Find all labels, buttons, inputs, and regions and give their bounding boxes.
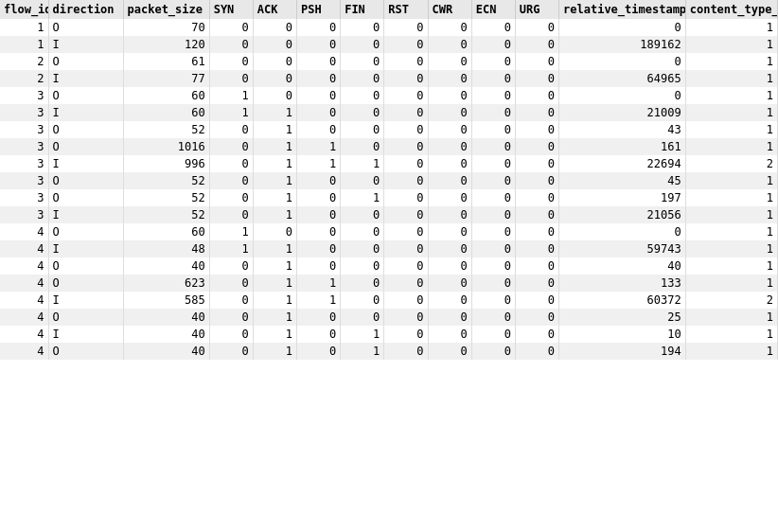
cell-syn: 1: [209, 240, 253, 257]
cell-cwr: 0: [428, 172, 471, 189]
column-header-psh: PSH: [297, 0, 341, 19]
cell-flow_id: 4: [0, 343, 48, 360]
cell-psh: 0: [297, 189, 341, 206]
cell-flow_id: 3: [0, 206, 48, 223]
cell-syn: 1: [209, 87, 253, 104]
cell-ack: 0: [253, 87, 296, 104]
cell-content_type_id: 1: [685, 257, 777, 275]
cell-urg: 0: [515, 343, 558, 360]
cell-direction: O: [48, 223, 123, 240]
cell-content_type_id: 1: [685, 70, 777, 87]
cell-ecn: 0: [471, 36, 515, 53]
cell-direction: O: [48, 343, 123, 360]
cell-cwr: 0: [428, 343, 471, 360]
cell-ecn: 0: [471, 53, 515, 70]
cell-packet_size: 52: [123, 172, 209, 189]
cell-rst: 0: [384, 223, 428, 240]
cell-ack: 1: [253, 172, 296, 189]
cell-flow_id: 3: [0, 155, 48, 172]
cell-cwr: 0: [428, 240, 471, 257]
cell-fin: 0: [341, 19, 384, 36]
cell-packet_size: 623: [123, 275, 209, 292]
cell-ack: 0: [253, 223, 296, 240]
cell-fin: 0: [341, 104, 384, 121]
cell-relative_timestamp: 161: [559, 138, 686, 155]
cell-ack: 1: [253, 309, 296, 326]
cell-content_type_id: 1: [685, 172, 777, 189]
cell-urg: 0: [515, 87, 558, 104]
cell-cwr: 0: [428, 257, 471, 275]
cell-rst: 0: [384, 189, 428, 206]
cell-psh: 0: [297, 53, 341, 70]
table-row: 4I4811000000597431: [0, 240, 778, 257]
cell-cwr: 0: [428, 36, 471, 53]
cell-rst: 0: [384, 138, 428, 155]
cell-ecn: 0: [471, 309, 515, 326]
cell-ecn: 0: [471, 104, 515, 121]
cell-urg: 0: [515, 70, 558, 87]
cell-content_type_id: 1: [685, 36, 777, 53]
cell-rst: 0: [384, 53, 428, 70]
column-header-rst: RST: [384, 0, 428, 19]
cell-packet_size: 120: [123, 36, 209, 53]
cell-packet_size: 585: [123, 292, 209, 309]
cell-rst: 0: [384, 206, 428, 223]
cell-urg: 0: [515, 189, 558, 206]
cell-flow_id: 3: [0, 121, 48, 138]
cell-flow_id: 1: [0, 36, 48, 53]
cell-ack: 1: [253, 326, 296, 343]
cell-psh: 0: [297, 309, 341, 326]
cell-ack: 1: [253, 292, 296, 309]
cell-psh: 0: [297, 257, 341, 275]
cell-relative_timestamp: 189162: [559, 36, 686, 53]
cell-flow_id: 4: [0, 326, 48, 343]
cell-ack: 0: [253, 53, 296, 70]
cell-flow_id: 2: [0, 53, 48, 70]
column-header-ecn: ECN: [471, 0, 515, 19]
cell-fin: 0: [341, 275, 384, 292]
column-header-ack: ACK: [253, 0, 296, 19]
cell-direction: O: [48, 189, 123, 206]
cell-relative_timestamp: 133: [559, 275, 686, 292]
cell-fin: 0: [341, 36, 384, 53]
cell-syn: 0: [209, 121, 253, 138]
cell-ecn: 0: [471, 223, 515, 240]
cell-syn: 0: [209, 206, 253, 223]
cell-packet_size: 996: [123, 155, 209, 172]
cell-syn: 0: [209, 36, 253, 53]
table-row: 4O40010100001941: [0, 343, 778, 360]
cell-syn: 0: [209, 19, 253, 36]
cell-syn: 0: [209, 275, 253, 292]
column-header-cwr: CWR: [428, 0, 471, 19]
cell-urg: 0: [515, 121, 558, 138]
cell-content_type_id: 1: [685, 189, 777, 206]
cell-content_type_id: 1: [685, 223, 777, 240]
cell-urg: 0: [515, 292, 558, 309]
cell-packet_size: 61: [123, 53, 209, 70]
cell-ack: 1: [253, 121, 296, 138]
cell-relative_timestamp: 21056: [559, 206, 686, 223]
cell-content_type_id: 1: [685, 104, 777, 121]
cell-syn: 0: [209, 343, 253, 360]
cell-relative_timestamp: 197: [559, 189, 686, 206]
cell-psh: 0: [297, 104, 341, 121]
cell-rst: 0: [384, 275, 428, 292]
cell-fin: 0: [341, 257, 384, 275]
cell-syn: 1: [209, 104, 253, 121]
cell-rst: 0: [384, 343, 428, 360]
cell-urg: 0: [515, 206, 558, 223]
cell-fin: 1: [341, 343, 384, 360]
cell-direction: O: [48, 309, 123, 326]
table-row: 4I4001010000101: [0, 326, 778, 343]
cell-packet_size: 40: [123, 343, 209, 360]
cell-ecn: 0: [471, 189, 515, 206]
cell-cwr: 0: [428, 206, 471, 223]
cell-urg: 0: [515, 19, 558, 36]
cell-relative_timestamp: 59743: [559, 240, 686, 257]
cell-direction: I: [48, 206, 123, 223]
cell-urg: 0: [515, 275, 558, 292]
cell-direction: O: [48, 257, 123, 275]
cell-relative_timestamp: 25: [559, 309, 686, 326]
column-header-relative_timestamp: relative_timestamp: [559, 0, 686, 19]
cell-rst: 0: [384, 104, 428, 121]
